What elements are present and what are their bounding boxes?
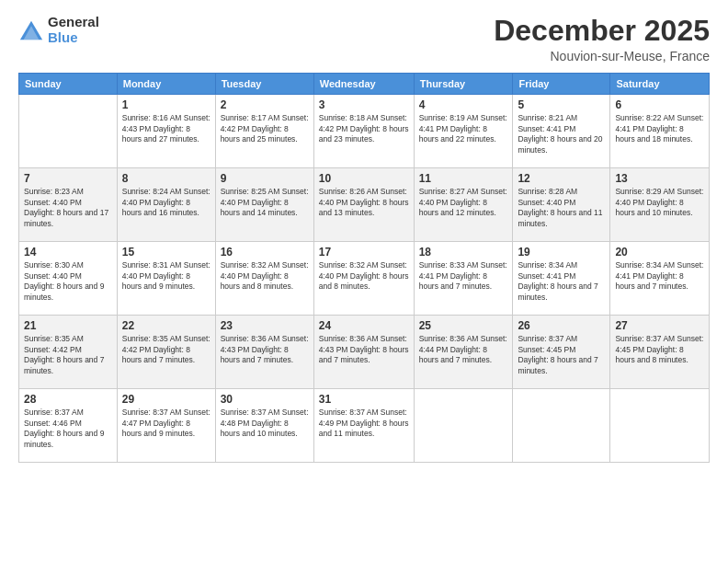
- day-number: 2: [221, 98, 309, 111]
- day-info: Sunrise: 8:32 AM Sunset: 4:40 PM Dayligh…: [319, 260, 409, 292]
- table-row: 18Sunrise: 8:33 AM Sunset: 4:41 PM Dayli…: [414, 242, 513, 316]
- day-number: 5: [518, 98, 605, 111]
- day-number: 23: [221, 319, 309, 332]
- table-row: [19, 95, 118, 168]
- day-info: Sunrise: 8:16 AM Sunset: 4:43 PM Dayligh…: [122, 113, 210, 144]
- calendar-table: Sunday Monday Tuesday Wednesday Thursday…: [18, 73, 710, 463]
- logo-blue-text: Blue: [48, 30, 99, 46]
- day-number: 11: [419, 172, 508, 185]
- day-number: 13: [615, 172, 704, 185]
- day-info: Sunrise: 8:34 AM Sunset: 4:41 PM Dayligh…: [518, 260, 605, 303]
- day-number: 30: [221, 393, 309, 406]
- table-row: [610, 389, 710, 463]
- day-info: Sunrise: 8:37 AM Sunset: 4:45 PM Dayligh…: [615, 334, 704, 365]
- day-number: 18: [419, 246, 508, 259]
- day-info: Sunrise: 8:37 AM Sunset: 4:48 PM Dayligh…: [221, 408, 309, 439]
- day-number: 15: [122, 246, 210, 259]
- day-number: 21: [24, 319, 112, 332]
- day-info: Sunrise: 8:31 AM Sunset: 4:40 PM Dayligh…: [122, 260, 210, 292]
- day-number: 27: [615, 319, 704, 332]
- day-info: Sunrise: 8:22 AM Sunset: 4:41 PM Dayligh…: [615, 113, 704, 144]
- table-row: 28Sunrise: 8:37 AM Sunset: 4:46 PM Dayli…: [19, 389, 118, 463]
- day-number: 6: [615, 98, 704, 111]
- title-section: December 2025 Nouvion-sur-Meuse, France: [494, 15, 710, 63]
- table-row: 20Sunrise: 8:34 AM Sunset: 4:41 PM Dayli…: [610, 242, 710, 316]
- table-row: 29Sunrise: 8:37 AM Sunset: 4:47 PM Dayli…: [117, 389, 215, 463]
- table-row: 13Sunrise: 8:29 AM Sunset: 4:40 PM Dayli…: [610, 168, 710, 242]
- day-info: Sunrise: 8:37 AM Sunset: 4:49 PM Dayligh…: [319, 408, 409, 439]
- table-row: 3Sunrise: 8:18 AM Sunset: 4:42 PM Daylig…: [313, 95, 414, 168]
- day-number: 9: [221, 172, 309, 185]
- table-row: 16Sunrise: 8:32 AM Sunset: 4:40 PM Dayli…: [215, 242, 313, 316]
- day-number: 8: [122, 172, 210, 185]
- col-thursday: Thursday: [414, 74, 513, 95]
- day-info: Sunrise: 8:26 AM Sunset: 4:40 PM Dayligh…: [319, 187, 409, 218]
- day-info: Sunrise: 8:37 AM Sunset: 4:45 PM Dayligh…: [518, 334, 605, 376]
- col-tuesday: Tuesday: [215, 74, 313, 95]
- calendar-header-row: Sunday Monday Tuesday Wednesday Thursday…: [19, 74, 710, 95]
- table-row: 12Sunrise: 8:28 AM Sunset: 4:40 PM Dayli…: [513, 168, 610, 242]
- table-row: 31Sunrise: 8:37 AM Sunset: 4:49 PM Dayli…: [313, 389, 414, 463]
- day-number: 26: [518, 319, 605, 332]
- table-row: [513, 389, 610, 463]
- table-row: 2Sunrise: 8:17 AM Sunset: 4:42 PM Daylig…: [215, 95, 313, 168]
- calendar-week-row: 14Sunrise: 8:30 AM Sunset: 4:40 PM Dayli…: [19, 242, 710, 316]
- table-row: 25Sunrise: 8:36 AM Sunset: 4:44 PM Dayli…: [414, 316, 513, 389]
- day-number: 10: [319, 172, 409, 185]
- col-friday: Friday: [513, 74, 610, 95]
- day-info: Sunrise: 8:30 AM Sunset: 4:40 PM Dayligh…: [24, 260, 112, 303]
- day-number: 4: [419, 98, 508, 111]
- col-monday: Monday: [117, 74, 215, 95]
- day-info: Sunrise: 8:24 AM Sunset: 4:40 PM Dayligh…: [122, 187, 210, 218]
- day-info: Sunrise: 8:21 AM Sunset: 4:41 PM Dayligh…: [518, 113, 605, 155]
- table-row: 24Sunrise: 8:36 AM Sunset: 4:43 PM Dayli…: [313, 316, 414, 389]
- logo-general-text: General: [48, 15, 99, 30]
- day-number: 7: [24, 172, 112, 185]
- day-number: 28: [24, 393, 112, 406]
- table-row: 6Sunrise: 8:22 AM Sunset: 4:41 PM Daylig…: [610, 95, 710, 168]
- table-row: 22Sunrise: 8:35 AM Sunset: 4:42 PM Dayli…: [117, 316, 215, 389]
- month-title: December 2025: [494, 15, 710, 47]
- day-info: Sunrise: 8:29 AM Sunset: 4:40 PM Dayligh…: [615, 187, 704, 218]
- day-info: Sunrise: 8:37 AM Sunset: 4:47 PM Dayligh…: [122, 408, 210, 439]
- day-info: Sunrise: 8:36 AM Sunset: 4:43 PM Dayligh…: [221, 334, 309, 365]
- day-info: Sunrise: 8:17 AM Sunset: 4:42 PM Dayligh…: [221, 113, 309, 144]
- logo-icon: [18, 17, 44, 43]
- day-number: 29: [122, 393, 210, 406]
- table-row: 7Sunrise: 8:23 AM Sunset: 4:40 PM Daylig…: [19, 168, 118, 242]
- header: General Blue December 2025 Nouvion-sur-M…: [18, 15, 710, 63]
- col-saturday: Saturday: [610, 74, 710, 95]
- table-row: 23Sunrise: 8:36 AM Sunset: 4:43 PM Dayli…: [215, 316, 313, 389]
- day-info: Sunrise: 8:19 AM Sunset: 4:41 PM Dayligh…: [419, 113, 508, 144]
- day-number: 20: [615, 246, 704, 259]
- day-number: 17: [319, 246, 409, 259]
- day-info: Sunrise: 8:34 AM Sunset: 4:41 PM Dayligh…: [615, 260, 704, 292]
- day-info: Sunrise: 8:35 AM Sunset: 4:42 PM Dayligh…: [122, 334, 210, 365]
- day-number: 12: [518, 172, 605, 185]
- table-row: 19Sunrise: 8:34 AM Sunset: 4:41 PM Dayli…: [513, 242, 610, 316]
- table-row: 4Sunrise: 8:19 AM Sunset: 4:41 PM Daylig…: [414, 95, 513, 168]
- table-row: 15Sunrise: 8:31 AM Sunset: 4:40 PM Dayli…: [117, 242, 215, 316]
- page: General Blue December 2025 Nouvion-sur-M…: [0, 0, 728, 563]
- day-number: 3: [319, 98, 409, 111]
- day-info: Sunrise: 8:33 AM Sunset: 4:41 PM Dayligh…: [419, 260, 508, 292]
- day-number: 31: [319, 393, 409, 406]
- day-info: Sunrise: 8:32 AM Sunset: 4:40 PM Dayligh…: [221, 260, 309, 292]
- day-info: Sunrise: 8:37 AM Sunset: 4:46 PM Dayligh…: [24, 408, 112, 450]
- day-number: 19: [518, 246, 605, 259]
- table-row: 14Sunrise: 8:30 AM Sunset: 4:40 PM Dayli…: [19, 242, 118, 316]
- day-number: 1: [122, 98, 210, 111]
- day-info: Sunrise: 8:18 AM Sunset: 4:42 PM Dayligh…: [319, 113, 409, 144]
- table-row: 26Sunrise: 8:37 AM Sunset: 4:45 PM Dayli…: [513, 316, 610, 389]
- calendar-week-row: 1Sunrise: 8:16 AM Sunset: 4:43 PM Daylig…: [19, 95, 710, 168]
- col-wednesday: Wednesday: [313, 74, 414, 95]
- table-row: 8Sunrise: 8:24 AM Sunset: 4:40 PM Daylig…: [117, 168, 215, 242]
- day-info: Sunrise: 8:36 AM Sunset: 4:44 PM Dayligh…: [419, 334, 508, 365]
- day-info: Sunrise: 8:27 AM Sunset: 4:40 PM Dayligh…: [419, 187, 508, 218]
- calendar-week-row: 7Sunrise: 8:23 AM Sunset: 4:40 PM Daylig…: [19, 168, 710, 242]
- table-row: 27Sunrise: 8:37 AM Sunset: 4:45 PM Dayli…: [610, 316, 710, 389]
- table-row: 10Sunrise: 8:26 AM Sunset: 4:40 PM Dayli…: [313, 168, 414, 242]
- day-number: 22: [122, 319, 210, 332]
- logo: General Blue: [18, 15, 99, 45]
- day-info: Sunrise: 8:28 AM Sunset: 4:40 PM Dayligh…: [518, 187, 605, 229]
